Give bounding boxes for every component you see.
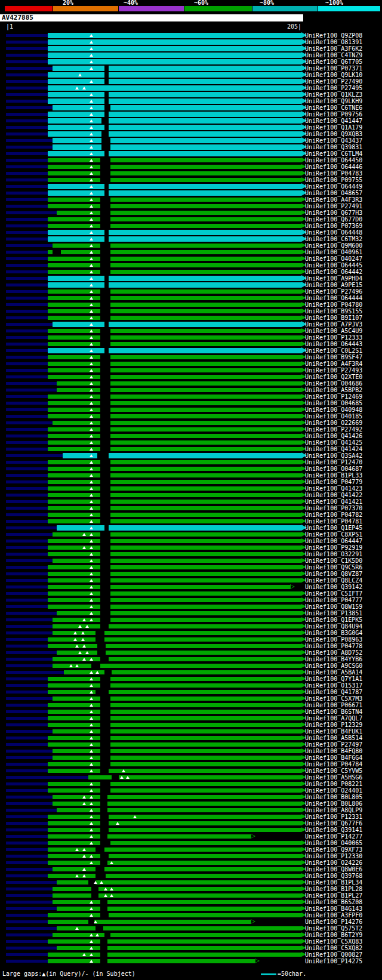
hit-label[interactable]: UniRef100_Q1A179 [305, 124, 362, 131]
hit-label[interactable]: UniRef100_O40948 [305, 406, 362, 413]
hit-label[interactable]: UniRef100_C0L2S1 [305, 347, 362, 354]
hit-label[interactable]: UniRef100_C1K5D0 [305, 557, 362, 564]
alignment-bar[interactable] [48, 112, 301, 117]
hit-label[interactable]: UniRef100_C8XPS1 [305, 531, 362, 538]
hit-label[interactable]: UniRef100_B3G0G4 [305, 630, 362, 636]
hit-label[interactable]: UniRef100_Q9XQB3 [305, 131, 362, 137]
hit-label[interactable]: UniRef100_Q677F6 [305, 820, 362, 827]
alignment-bar[interactable] [64, 670, 301, 674]
hit-label[interactable]: UniRef100_A8D752 [305, 649, 362, 656]
alignment-bar[interactable] [48, 335, 301, 340]
hit-label[interactable]: UniRef100_P27496 [305, 288, 362, 295]
alignment-bar[interactable] [48, 342, 301, 346]
hit-label[interactable]: UniRef100_Q9C5R6 [305, 564, 362, 571]
alignment-bar[interactable] [48, 578, 301, 583]
hit-label[interactable]: UniRef100_A4F3R3 [305, 196, 362, 203]
alignment-bar[interactable] [48, 513, 301, 517]
hit-label[interactable]: UniRef100_P07369 [305, 223, 362, 229]
hit-label[interactable]: UniRef100_B4FUK1 [305, 728, 362, 735]
alignment-bar[interactable] [48, 151, 301, 156]
hit-label[interactable]: UniRef100_P04777 [305, 597, 362, 603]
hit-label[interactable]: UniRef100_Q8W0E6 [305, 866, 362, 873]
hit-label[interactable]: UniRef100_P07371 [305, 65, 362, 72]
alignment-bar[interactable] [48, 815, 301, 819]
alignment-bar[interactable] [48, 270, 301, 274]
hit-label[interactable]: UniRef100_O81391 [305, 39, 362, 45]
alignment-bar[interactable] [48, 414, 301, 418]
alignment-bar[interactable] [48, 486, 301, 491]
alignment-bar[interactable] [48, 736, 301, 740]
hit-label[interactable]: UniRef100_A5B514 [305, 735, 362, 741]
hit-label[interactable]: UniRef100_P08963 [305, 636, 362, 643]
alignment-bar[interactable] [48, 565, 301, 569]
hit-label[interactable]: UniRef100_B9I107 [305, 315, 362, 321]
hit-label[interactable]: UniRef100_O32291 [305, 551, 362, 557]
hit-label[interactable]: UniRef100_B1PL33 [305, 472, 362, 479]
hit-label[interactable]: UniRef100_Q43437 [305, 137, 362, 144]
alignment-bar[interactable] [48, 953, 301, 957]
hit-label[interactable]: UniRef100_Q39831 [305, 144, 362, 150]
hit-label[interactable]: UniRef100_O40065 [305, 840, 362, 846]
hit-label[interactable]: UniRef100_P27493 [305, 367, 362, 374]
alignment-bar[interactable] [48, 677, 301, 681]
alignment-bar[interactable] [53, 867, 301, 871]
hit-label[interactable]: UniRef100_P12330 [305, 853, 362, 859]
alignment-bar[interactable] [57, 808, 301, 812]
hit-label[interactable]: UniRef100_A5BA14 [305, 669, 362, 676]
hit-label[interactable]: UniRef100_B1PL27 [305, 892, 362, 899]
hit-label[interactable]: UniRef100_B4YYB6 [305, 656, 362, 662]
hit-label[interactable]: UniRef100_B6SZ08 [305, 899, 362, 905]
hit-label[interactable]: UniRef100_B0L806 [305, 800, 362, 807]
alignment-bar[interactable] [48, 762, 301, 766]
hit-label[interactable]: UniRef100_A5BPB2 [305, 387, 362, 393]
alignment-bar[interactable] [48, 434, 301, 438]
alignment-bar[interactable] [48, 316, 301, 320]
hit-label[interactable]: UniRef100_C6TLM4 [305, 150, 362, 157]
alignment-bar[interactable] [48, 605, 301, 609]
alignment-bar[interactable] [48, 703, 301, 707]
hit-label[interactable]: UniRef100_B4FGG4 [305, 754, 362, 761]
hit-label[interactable]: UniRef100_P12329 [305, 722, 362, 728]
alignment-bar[interactable] [48, 33, 301, 38]
hit-label[interactable]: UniRef100_Q00827 [305, 951, 362, 958]
hit-label[interactable]: UniRef100_O64448 [305, 229, 362, 236]
hit-label[interactable]: UniRef100_A3FPF0 [305, 912, 362, 919]
alignment-bar[interactable] [48, 828, 301, 832]
alignment-bar[interactable] [48, 204, 301, 208]
alignment-bar[interactable] [48, 230, 301, 235]
hit-label[interactable]: UniRef100_C5X7M3 [305, 695, 362, 702]
alignment-bar[interactable] [48, 769, 301, 773]
alignment-bar[interactable] [48, 716, 301, 720]
hit-label[interactable]: UniRef100_P27492 [305, 426, 362, 433]
alignment-bar[interactable] [48, 348, 301, 353]
hit-label[interactable]: UniRef100_A5HSG6 [305, 774, 362, 781]
alignment-bar[interactable] [57, 211, 301, 215]
hit-label[interactable]: UniRef100_Q8LCZ4 [305, 577, 362, 584]
alignment-bar[interactable] [48, 939, 301, 944]
alignment-bar[interactable] [48, 500, 301, 504]
hit-label[interactable]: UniRef100_Q1EPK5 [305, 617, 362, 623]
hit-label[interactable]: UniRef100_Q8VZ87 [305, 571, 362, 577]
alignment-bar[interactable] [48, 198, 301, 202]
hit-label[interactable]: UniRef100_P14276 [305, 919, 362, 925]
hit-label[interactable]: UniRef100_Q677D0 [305, 216, 362, 223]
hit-label[interactable]: UniRef100_P27491 [305, 203, 362, 209]
hit-label[interactable]: UniRef100_B6T2Y9 [305, 932, 362, 938]
hit-label[interactable]: UniRef100_Q677H3 [305, 209, 362, 216]
hit-label[interactable]: UniRef100_P27495 [305, 85, 362, 91]
alignment-bar[interactable] [53, 624, 301, 628]
alignment-bar[interactable] [48, 85, 301, 91]
alignment-bar[interactable] [48, 46, 301, 51]
hit-label[interactable]: UniRef100_O04686 [305, 380, 362, 387]
alignment-bar[interactable] [48, 598, 301, 602]
hit-label[interactable]: UniRef100_Q7Y1A1 [305, 676, 362, 682]
alignment-bar[interactable] [48, 854, 301, 858]
hit-label[interactable]: UniRef100_A9CSG0 [305, 662, 362, 669]
hit-label[interactable]: UniRef100_O64442 [305, 269, 362, 275]
hit-label[interactable]: UniRef100_P13851 [305, 610, 362, 617]
hit-label[interactable]: UniRef100_Q9LKH9 [305, 98, 362, 104]
hit-label[interactable]: UniRef100_O22669 [305, 420, 362, 426]
alignment-bar[interactable] [57, 651, 301, 655]
alignment-bar[interactable] [48, 920, 251, 924]
alignment-bar[interactable] [57, 946, 301, 950]
